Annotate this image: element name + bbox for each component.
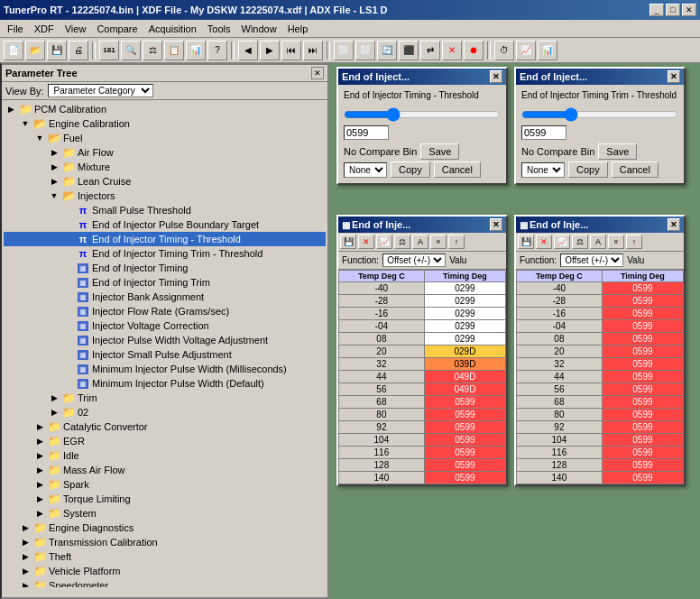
tree-item-small-pulse-adj[interactable]: ▦ Injector Small Pulse Adjustment bbox=[4, 347, 326, 362]
menu-help[interactable]: Help bbox=[282, 22, 314, 36]
tree-item-idle[interactable]: ▶ 📁 Idle bbox=[4, 448, 326, 463]
table-row[interactable]: 1040599 bbox=[517, 434, 684, 447]
toolbar-swap[interactable]: ⇄ bbox=[420, 41, 440, 60]
toolbar-rec3[interactable]: 🔄 bbox=[377, 41, 397, 60]
tree-item-timing-threshold[interactable]: π End of Injector Timing - Threshold bbox=[4, 232, 326, 246]
toolbar-chart[interactable]: 📈 bbox=[516, 41, 536, 60]
menu-window[interactable]: Window bbox=[236, 22, 282, 36]
table1-cancel-btn[interactable]: ✕ bbox=[358, 235, 374, 249]
table-row[interactable]: 20029D bbox=[339, 346, 506, 358]
tree-item-flow-rate[interactable]: ▦ Injector Flow Rate (Grams/sec) bbox=[4, 304, 326, 318]
tree-item-airflow[interactable]: ▶ 📁 Air Flow bbox=[4, 145, 326, 160]
menu-file[interactable]: File bbox=[2, 22, 29, 36]
tree-item-bank-assignment[interactable]: ▦ Injector Bank Assignment bbox=[4, 290, 326, 304]
table-row[interactable]: 680599 bbox=[339, 396, 506, 409]
table-row[interactable]: -040299 bbox=[339, 320, 506, 333]
toolbar-save[interactable]: 💾 bbox=[47, 41, 67, 60]
threshold1-slider[interactable] bbox=[344, 107, 501, 122]
threshold1-close-button[interactable]: ✕ bbox=[490, 70, 502, 83]
tree-item-trim[interactable]: ▶ 📁 Trim bbox=[4, 391, 326, 405]
tree-item-vehicle[interactable]: ▶ 📁 Vehicle Platform bbox=[4, 564, 326, 578]
threshold2-slider[interactable] bbox=[521, 107, 678, 122]
tree-item-maf[interactable]: ▶ 📁 Mass Air Flow bbox=[4, 463, 326, 477]
table-row[interactable]: 440599 bbox=[517, 371, 684, 383]
toolbar-stop[interactable]: ⏺ bbox=[464, 41, 484, 60]
tree-item-engine-diag[interactable]: ▶ 📁 Engine Diagnostics bbox=[4, 521, 326, 535]
table-row[interactable]: 1040599 bbox=[339, 434, 506, 447]
table-row[interactable]: -040599 bbox=[517, 320, 684, 333]
tree-item-theft[interactable]: ▶ 📁 Theft bbox=[4, 549, 326, 564]
toolbar-10[interactable]: ? bbox=[207, 41, 227, 60]
threshold1-copy-button[interactable]: Copy bbox=[391, 161, 430, 178]
table-row[interactable]: 080599 bbox=[517, 333, 684, 346]
maximize-button[interactable]: □ bbox=[666, 4, 680, 16]
toolbar-9[interactable]: 📊 bbox=[186, 41, 206, 60]
threshold1-compare-select[interactable]: None bbox=[344, 162, 387, 178]
tree-item-system[interactable]: ▶ 📁 System bbox=[4, 506, 326, 521]
tree-item-spark[interactable]: ▶ 📁 Spark bbox=[4, 477, 326, 492]
table2-close-button[interactable]: ✕ bbox=[668, 218, 680, 231]
table1-save-btn[interactable]: 💾 bbox=[340, 235, 356, 249]
table2-copy-btn[interactable]: × bbox=[608, 235, 624, 249]
tree-item-end-injector-timing[interactable]: ▦ End of Injector Timing bbox=[4, 261, 326, 275]
tree-item-pcm[interactable]: ▶ 📁 PCM Calibration bbox=[4, 102, 326, 116]
tree-item-min-pulse-default[interactable]: ▦ Minimum Injector Pulse Width (Default) bbox=[4, 376, 326, 391]
tree-item-timing-trim-threshold[interactable]: π End of Injector Timing Trim - Threshol… bbox=[4, 246, 326, 261]
toolbar-new[interactable]: 📄 bbox=[4, 41, 23, 60]
table1-function-select[interactable]: Offset (+/-) bbox=[382, 253, 446, 267]
table-row[interactable]: 800599 bbox=[339, 409, 506, 421]
table-row[interactable]: -400299 bbox=[339, 282, 506, 295]
threshold2-compare-select[interactable]: None bbox=[521, 162, 565, 178]
threshold1-cancel-button[interactable]: Cancel bbox=[434, 161, 481, 178]
param-tree-close-button[interactable]: ✕ bbox=[311, 67, 324, 79]
table2-graph-btn[interactable]: 📈 bbox=[554, 235, 570, 249]
table-row[interactable]: 920599 bbox=[517, 421, 684, 434]
table1-font-btn[interactable]: A bbox=[412, 235, 428, 249]
tree-item-catalytic[interactable]: ▶ 📁 Catalytic Convertor bbox=[4, 419, 326, 434]
table-row[interactable]: 920599 bbox=[339, 421, 506, 434]
table-row[interactable]: -160299 bbox=[339, 308, 506, 320]
table1-close-button[interactable]: ✕ bbox=[490, 218, 502, 231]
table-row[interactable]: 800599 bbox=[517, 409, 684, 421]
toolbar-4[interactable]: 🖨 bbox=[69, 41, 88, 60]
tree-item-transmission[interactable]: ▶ 📁 Transmission Calibration bbox=[4, 535, 326, 549]
table1-up-btn[interactable]: ↑ bbox=[448, 235, 465, 249]
table2-font-btn[interactable]: A bbox=[590, 235, 606, 249]
threshold2-copy-button[interactable]: Copy bbox=[568, 161, 608, 178]
tree-item-fuel[interactable]: ▼ 📂 Fuel bbox=[4, 131, 326, 145]
table-row[interactable]: 1400599 bbox=[339, 472, 506, 484]
threshold2-input[interactable]: 0599 bbox=[521, 125, 566, 140]
toolbar-7[interactable]: ⚖ bbox=[143, 41, 162, 60]
tree-item-small-pulse[interactable]: π Small Pulse Threshold bbox=[4, 203, 326, 217]
tree-item-min-pulse-ms[interactable]: ▦ Minimum Injector Pulse Width (Millisec… bbox=[4, 362, 326, 376]
table1-copy-btn[interactable]: × bbox=[430, 235, 447, 249]
table-row[interactable]: -280599 bbox=[517, 295, 684, 308]
menu-xdf[interactable]: XDF bbox=[29, 22, 60, 36]
table-row[interactable]: 44049D bbox=[339, 371, 506, 383]
tree-item-voltage-correction[interactable]: ▦ Injector Voltage Correction bbox=[4, 318, 326, 333]
tree-item-pulse-voltage-adj[interactable]: ▦ Injector Pulse Width Voltage Adjustmen… bbox=[4, 333, 326, 347]
threshold2-save-button[interactable]: Save bbox=[598, 143, 637, 160]
tree-item-mixture[interactable]: ▶ 📁 Mixture bbox=[4, 160, 326, 174]
menu-acquisition[interactable]: Acquisition bbox=[143, 22, 202, 36]
table-row[interactable]: 56049D bbox=[339, 383, 506, 396]
toolbar-rec2[interactable]: ⬜ bbox=[355, 41, 375, 60]
table-row[interactable]: -280299 bbox=[339, 295, 506, 308]
tree-item-engine[interactable]: ▼ 📂 Engine Calibration bbox=[4, 116, 326, 131]
tree-item-o2[interactable]: ▶ 📁 02 bbox=[4, 405, 326, 419]
table2-cancel-btn[interactable]: ✕ bbox=[536, 235, 552, 249]
toolbar-rewind[interactable]: ⏮ bbox=[281, 41, 301, 60]
table-row[interactable]: 1160599 bbox=[517, 447, 684, 459]
tree-item-egr[interactable]: ▶ 📁 EGR bbox=[4, 434, 326, 448]
tree-item-injectors[interactable]: ▼ 📂 Injectors bbox=[4, 189, 326, 203]
threshold1-save-button[interactable]: Save bbox=[420, 143, 459, 160]
table-row[interactable]: -400599 bbox=[517, 282, 684, 295]
table1-graph-btn[interactable]: 📈 bbox=[376, 235, 392, 249]
table-row[interactable]: 200599 bbox=[517, 346, 684, 358]
table2-save-btn[interactable]: 💾 bbox=[518, 235, 534, 249]
tree-item-end-injector-timing-trim[interactable]: ▦ End of Injector Timing Trim bbox=[4, 275, 326, 290]
tree-item-speedometer[interactable]: ▶ 📁 Speedometer bbox=[4, 578, 326, 587]
toolbar-bar[interactable]: 📊 bbox=[538, 41, 557, 60]
toolbar-rec4[interactable]: ⬛ bbox=[399, 41, 419, 60]
threshold2-cancel-button[interactable]: Cancel bbox=[612, 161, 659, 178]
